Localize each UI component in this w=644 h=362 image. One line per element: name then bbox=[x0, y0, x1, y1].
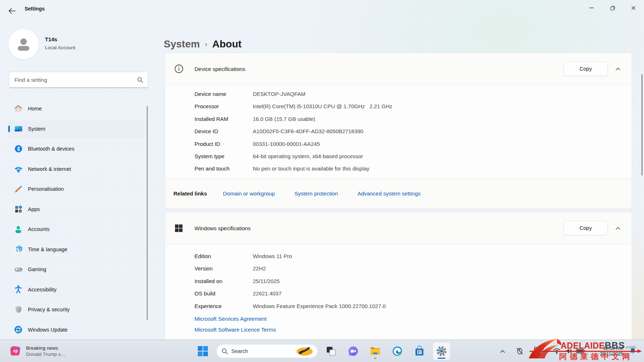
spec-row: Pen and touchNo pen or touch input is av… bbox=[195, 163, 632, 175]
sidebar-item-label: Apps bbox=[28, 206, 40, 212]
spec-label: Installed RAM bbox=[195, 113, 253, 125]
spec-row: Product ID00331-10000-00001-AA245 bbox=[195, 138, 632, 150]
volume-icon[interactable] bbox=[564, 348, 573, 354]
file-explorer-button[interactable] bbox=[367, 342, 384, 360]
sidebar-item-accessibility[interactable]: Accessibility bbox=[8, 281, 145, 298]
spec-row: EditionWindows 11 Pro bbox=[195, 250, 632, 262]
sidebar-item-label: Gaming bbox=[28, 266, 46, 272]
settings-search-input[interactable] bbox=[9, 77, 135, 83]
settings-search-box[interactable] bbox=[9, 72, 148, 88]
wifi-status-icon[interactable] bbox=[552, 348, 561, 354]
tray-chevron-button[interactable] bbox=[497, 350, 508, 353]
settings-button[interactable] bbox=[433, 342, 450, 360]
spec-value: 22621.4037 bbox=[253, 287, 281, 300]
sidebar-item-apps[interactable]: Apps bbox=[8, 201, 145, 218]
spec-value: 64-bit operating system, x64-based proce… bbox=[253, 150, 363, 163]
chevron-up-icon bbox=[500, 350, 505, 353]
chat-icon bbox=[347, 345, 359, 357]
search-highlight-icon bbox=[294, 346, 315, 357]
sidebar-item-label: Personalisation bbox=[28, 186, 64, 192]
link-microsoft-software-licence-terms[interactable]: Microsoft Software Licence Terms bbox=[195, 324, 276, 335]
microsoft-store-button[interactable] bbox=[411, 342, 428, 360]
sidebar-item-accounts[interactable]: Accounts bbox=[8, 220, 145, 238]
back-button[interactable] bbox=[7, 6, 17, 16]
spec-value: DESKTOP-JVAQFAM bbox=[253, 88, 305, 100]
link-advanced-system-settings[interactable]: Advanced system settings bbox=[357, 190, 421, 197]
sidebar-item-system[interactable]: System bbox=[8, 120, 145, 138]
search-icon bbox=[222, 348, 228, 354]
chat-button[interactable] bbox=[344, 342, 362, 360]
info-icon bbox=[174, 64, 184, 73]
sidebar-item-windows-update[interactable]: Windows Update bbox=[8, 321, 145, 338]
copy-device-specs-button[interactable]: Copy bbox=[564, 62, 608, 76]
sidebar: T14s Local Account Home System Bluetooth… bbox=[0, 17, 149, 340]
windows-specifications-header[interactable]: Windows specifications Copy bbox=[165, 212, 632, 244]
start-button[interactable] bbox=[194, 342, 212, 360]
sidebar-item-label: Bluetooth & devices bbox=[28, 146, 74, 152]
spec-label: Pen and touch bbox=[195, 163, 253, 175]
collapse-chevron-button[interactable] bbox=[611, 221, 625, 235]
notification-bell-icon bbox=[629, 348, 636, 355]
sidebar-item-gaming[interactable]: Gaming bbox=[8, 261, 145, 278]
windows-specifications-card: Windows specifications Copy EditionWindo… bbox=[165, 212, 632, 340]
profile-name: T14s bbox=[45, 36, 57, 42]
spec-row: ExperienceWindows Feature Experience Pac… bbox=[195, 300, 632, 312]
sidebar-item-bluetooth-devices[interactable]: Bluetooth & devices bbox=[8, 140, 145, 157]
sidebar-item-personalisation[interactable]: Personalisation bbox=[8, 180, 145, 198]
notification-bell-button[interactable] bbox=[627, 348, 639, 355]
main-scrollbar[interactable] bbox=[641, 74, 643, 176]
sidebar-item-time-language[interactable]: Time & language bbox=[8, 241, 145, 258]
home-icon bbox=[13, 104, 23, 114]
spec-value: A10D02F5-C3F6-4DFF-AD32-8050B2718390 bbox=[253, 125, 363, 138]
app-title: Settings bbox=[25, 6, 45, 12]
paintbrush-icon bbox=[13, 184, 23, 194]
copy-windows-specs-button[interactable]: Copy bbox=[564, 221, 608, 235]
sidebar-item-home[interactable]: Home bbox=[8, 100, 145, 117]
link-microsoft-services-agreement[interactable]: Microsoft Services Agreement bbox=[195, 313, 267, 324]
profile-type: Local Account bbox=[45, 45, 75, 50]
spec-row: Installed on25/11/2025 bbox=[195, 275, 632, 287]
language-line1: ENG bbox=[534, 346, 544, 351]
chevron-up-icon bbox=[615, 67, 620, 71]
spec-value: No pen or touch input is available for t… bbox=[253, 163, 369, 175]
language-indicator[interactable]: ENGUK bbox=[532, 346, 546, 357]
task-view-button[interactable] bbox=[322, 342, 340, 360]
sidebar-item-privacy-security[interactable]: Privacy & security bbox=[8, 301, 145, 318]
breadcrumb-system[interactable]: System bbox=[164, 38, 200, 50]
clock[interactable]: 12:18 AM29/11/2025 bbox=[588, 345, 623, 357]
minimize-icon bbox=[589, 8, 594, 8]
selected-indicator bbox=[8, 126, 10, 132]
settings-nav: Home System Bluetooth & devices Network … bbox=[0, 100, 149, 341]
chevron-up-icon bbox=[615, 227, 620, 230]
running-indicator bbox=[374, 358, 376, 359]
sidebar-scrollbar[interactable] bbox=[147, 106, 148, 320]
taskbar-search-label: Search bbox=[231, 348, 294, 354]
close-button[interactable] bbox=[623, 0, 644, 16]
spec-label: Edition bbox=[195, 250, 253, 262]
titlebar: Settings bbox=[0, 0, 644, 17]
spec-row: Device nameDESKTOP-JVAQFAM bbox=[195, 88, 632, 100]
spec-value: 16.0 GB (15.7 GB usable) bbox=[253, 113, 315, 125]
restore-button[interactable] bbox=[602, 0, 623, 16]
edge-button[interactable] bbox=[389, 342, 406, 360]
device-specifications-header[interactable]: Device specifications Copy bbox=[165, 53, 632, 85]
taskbar-search-box[interactable]: Search bbox=[216, 344, 318, 358]
minimize-button[interactable] bbox=[581, 0, 602, 16]
spec-value: 00331-10000-00001-AA245 bbox=[253, 138, 320, 150]
link-system-protection[interactable]: System protection bbox=[294, 190, 338, 197]
avatar bbox=[8, 29, 39, 59]
sidebar-item-label: Network & internet bbox=[28, 166, 71, 172]
bluetooth-icon bbox=[13, 144, 23, 154]
task-view-icon bbox=[326, 346, 336, 357]
windows-specifications-body: EditionWindows 11 Pro Version22H2 Instal… bbox=[165, 244, 632, 340]
card-title: Device specifications bbox=[195, 66, 245, 72]
card-title: Windows specifications bbox=[195, 225, 251, 231]
sidebar-item-network-internet[interactable]: Network & internet bbox=[8, 160, 145, 178]
device-specifications-body: Device nameDESKTOP-JVAQFAM ProcessorInte… bbox=[165, 85, 632, 175]
collapse-chevron-button[interactable] bbox=[611, 62, 625, 76]
input-device-off-icon[interactable] bbox=[514, 347, 525, 355]
file-explorer-icon bbox=[369, 345, 381, 357]
battery-icon[interactable] bbox=[575, 349, 586, 354]
language-line2: UK bbox=[536, 351, 542, 357]
link-domain-or-workgroup[interactable]: Domain or workgroup bbox=[223, 190, 275, 197]
